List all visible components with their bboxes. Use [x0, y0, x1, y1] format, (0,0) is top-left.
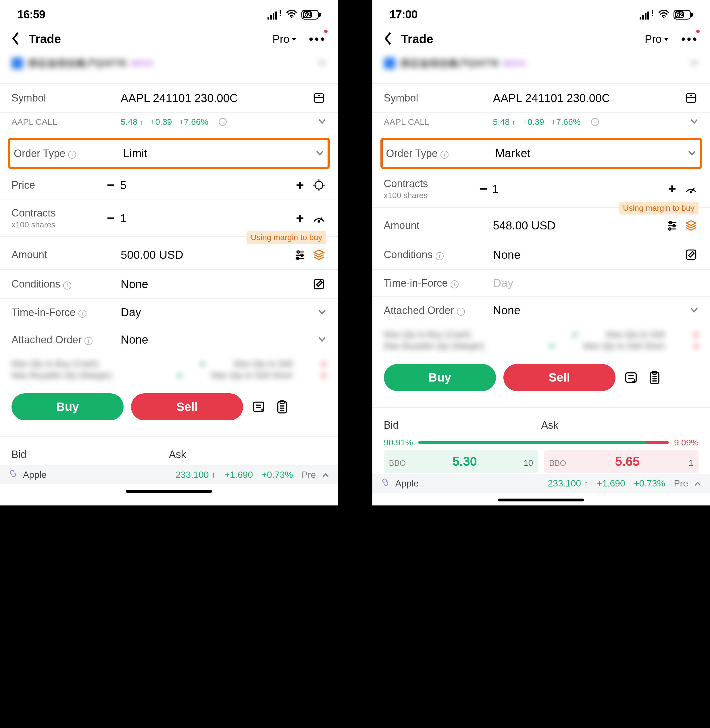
order-type-value: Limit [123, 147, 315, 160]
clipboard-icon[interactable] [274, 399, 290, 415]
pro-toggle[interactable]: Pro [272, 33, 298, 46]
info-icon[interactable]: i [68, 151, 76, 159]
status-time: 17:00 [390, 8, 418, 21]
account-badge: MOCK [503, 59, 526, 68]
layers-icon[interactable] [684, 218, 698, 233]
symbol-selector-icon[interactable] [684, 91, 698, 106]
attached-order-label: Attached Orderi [384, 304, 493, 316]
conditions-value: None [493, 249, 680, 261]
gauge-icon[interactable] [684, 181, 698, 196]
order-type-highlight: Order Typei Limit [8, 138, 330, 169]
sell-button[interactable]: Sell [131, 393, 243, 421]
info-icon[interactable]: i [78, 310, 87, 318]
contracts-label: Contracts x100 shares [384, 178, 476, 200]
attached-order-row[interactable]: Attached Orderi None [373, 297, 710, 324]
chevron-down-icon [315, 150, 324, 157]
chevron-down-icon [690, 60, 698, 67]
info-icon[interactable]: i [440, 151, 449, 159]
account-selector[interactable]: 保证金综合账户(24776 MOCK [373, 52, 710, 83]
price-target-icon[interactable] [311, 178, 326, 193]
svg-marker-24 [314, 250, 324, 255]
gauge-icon[interactable] [311, 211, 326, 226]
symbol-row[interactable]: Symbol AAPL 241101 230.00C [0, 84, 338, 113]
layers-icon[interactable] [311, 247, 326, 262]
order-type-row[interactable]: Order Typei Limit [10, 140, 327, 167]
back-button[interactable] [384, 32, 393, 46]
sell-button[interactable]: Sell [503, 364, 615, 391]
quote-label: AAPL CALL [384, 117, 493, 127]
symbol-selector-icon[interactable] [311, 91, 326, 106]
more-button[interactable]: ••• [309, 33, 326, 46]
tif-row: Time-in-Forcei Day [373, 270, 710, 297]
bbo-bid[interactable]: BBO 5.30 10 [384, 450, 538, 473]
chevron-up-icon [322, 469, 329, 480]
contracts-input[interactable]: 1 [118, 212, 292, 225]
quote-row[interactable]: AAPL CALL 5.48 ↑ +0.39 +7.66% [373, 113, 710, 134]
settings-sliders-icon[interactable] [665, 218, 679, 233]
home-indicator [126, 490, 212, 493]
symbol-value: AAPL 241101 230.00C [121, 92, 307, 104]
info-icon[interactable]: i [436, 252, 444, 260]
contracts-input[interactable]: 1 [491, 182, 665, 196]
chevron-up-icon [694, 478, 701, 489]
ask-label: Ask [541, 419, 698, 431]
price-increment[interactable] [292, 178, 307, 193]
info-icon[interactable]: i [457, 307, 465, 316]
footer-quote[interactable]: Apple 233.100 ↑ +1.690 +0.73% Pre [373, 474, 710, 493]
settings-sliders-icon[interactable] [292, 247, 307, 262]
margin-badge: Using margin to buy [619, 202, 698, 215]
action-row: Buy Sell [373, 356, 710, 397]
footer-name: Apple [23, 469, 47, 480]
footer-quote[interactable]: Apple 233.100 ↑ +1.690 +0.73% Pre [0, 465, 338, 484]
max-qty-block: Max Qty to Buy (Cash)●Max Qty to Sell● M… [0, 353, 338, 386]
footer-name: Apple [395, 478, 419, 489]
order-list-icon[interactable] [251, 399, 267, 415]
buy-button[interactable]: Buy [12, 393, 123, 421]
contracts-decrement[interactable] [476, 181, 491, 196]
price-input[interactable]: 5 [118, 179, 292, 192]
contracts-increment[interactable] [665, 181, 679, 196]
caret-down-icon [290, 37, 298, 42]
attached-order-value: None [493, 304, 690, 317]
order-type-row[interactable]: Order Typei Market [383, 140, 700, 167]
edit-icon[interactable] [684, 247, 698, 262]
ask-pct: 9.09% [674, 438, 698, 447]
info-icon[interactable]: i [450, 280, 459, 288]
contracts-decrement[interactable] [103, 211, 118, 226]
conditions-row[interactable]: Conditionsi None [373, 240, 710, 270]
pro-toggle[interactable]: Pro [645, 33, 670, 46]
account-name: 保证金综合账户(24776 [28, 57, 126, 70]
svg-rect-25 [314, 279, 324, 289]
edit-icon[interactable] [311, 276, 326, 291]
clipboard-icon[interactable] [647, 369, 663, 385]
info-icon[interactable]: i [63, 281, 71, 290]
svg-point-43 [690, 191, 692, 193]
svg-point-17 [318, 221, 320, 222]
amount-label: Amount [12, 249, 121, 261]
tif-row[interactable]: Time-in-Forcei Day [0, 299, 338, 326]
symbol-row[interactable]: Symbol AAPL 241101 230.00C [373, 84, 710, 113]
buy-button[interactable]: Buy [384, 364, 496, 391]
up-arrow-icon: ↑ [581, 478, 588, 488]
tif-value: Day [493, 276, 699, 290]
price-decrement[interactable] [103, 178, 118, 193]
tif-label: Time-in-Forcei [12, 306, 121, 319]
page-title: Trade [401, 32, 433, 46]
wifi-icon [658, 8, 669, 21]
conditions-row[interactable]: Conditionsi None [0, 270, 338, 299]
order-list-icon[interactable] [623, 369, 639, 385]
amount-row: Amount 548.00 USD [373, 211, 710, 240]
attached-order-row[interactable]: Attached Orderi None [0, 326, 338, 353]
quote-row[interactable]: AAPL CALL 5.48 ↑ +0.39 +7.66% [0, 113, 338, 134]
back-button[interactable] [12, 32, 20, 46]
contracts-row: Contracts x100 shares 1 Using margin to … [0, 200, 338, 237]
bid-label: Bid [12, 449, 169, 460]
footer-values: 233.100 ↑ +1.690 +0.73% Pre [548, 478, 688, 489]
contracts-increment[interactable] [292, 211, 307, 226]
account-selector[interactable]: 保证金综合账户(24776 MOCK [0, 52, 338, 83]
svg-point-34 [663, 16, 664, 18]
chevron-down-icon [690, 118, 698, 126]
bbo-ask[interactable]: BBO 5.65 1 [544, 450, 698, 473]
info-icon[interactable]: i [85, 337, 92, 345]
more-button[interactable]: ••• [681, 33, 698, 46]
